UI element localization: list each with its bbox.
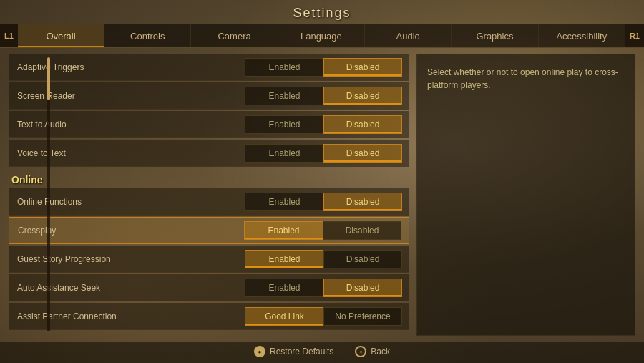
setting-name-online-functions: Online Functions [9,197,173,207]
tab-graphics[interactable]: Graphics [452,24,538,47]
bottom-bar: ● Restore Defaults ○ Back [0,342,644,363]
setting-name-text-to-audio: Text to Audio [9,120,173,130]
right-panel: Select whether or not to open online pla… [416,54,635,336]
toggle-enabled-screen-reader[interactable]: Enabled [245,87,323,105]
setting-name-crossplay: Crossplay [9,226,174,236]
toggle-group-guest-story: Enabled Disabled [245,250,402,268]
tab-overall[interactable]: Overall [18,24,104,47]
setting-row-online-functions: Online Functions Enabled Disabled [9,188,409,216]
section-label-online: Online [9,168,409,188]
tab-r1-indicator: R1 [625,24,644,47]
scroll-thumb [47,57,50,100]
tab-bar: L1 Overall Controls Camera Language Audi… [0,24,644,48]
toggle-group-text-to-audio: Enabled Disabled [245,115,402,134]
toggle-disabled-adaptive-triggers[interactable]: Disabled [323,58,402,77]
setting-row-auto-assistance: Auto Assistance Seek Enabled Disabled [9,274,409,301]
toggle-enabled-auto-assistance[interactable]: Enabled [245,279,323,297]
toggle-group-crossplay: Enabled Disabled [244,221,401,240]
tab-l1-indicator: L1 [0,24,18,47]
left-panel: Adaptive Triggers Enabled Disabled Scree… [9,54,409,336]
toggle-disabled-screen-reader[interactable]: Disabled [323,87,402,105]
setting-name-adaptive-triggers: Adaptive Triggers [9,62,173,72]
toggle-group-voice-to-text: Enabled Disabled [245,144,402,163]
scrollbar[interactable] [47,57,50,331]
toggle-group-assist-partner: Good Link No Preference [245,307,402,326]
tab-camera[interactable]: Camera [191,24,278,47]
setting-name-guest-story: Guest Story Progression [9,254,173,264]
toggle-no-preference-assist-partner[interactable]: No Preference [323,307,402,326]
setting-row-assist-partner: Assist Partner Connection Good Link No P… [9,303,409,330]
restore-icon: ● [254,346,265,357]
back-icon: ○ [355,346,366,357]
toggle-group-auto-assistance: Enabled Disabled [245,279,402,297]
toggle-enabled-voice-to-text[interactable]: Enabled [245,144,323,163]
setting-row-screen-reader: Screen Reader Enabled Disabled [9,82,409,110]
toggle-group-adaptive-triggers: Enabled Disabled [245,58,402,77]
setting-name-auto-assistance: Auto Assistance Seek [9,283,173,293]
tab-language[interactable]: Language [278,24,365,47]
toggle-disabled-text-to-audio[interactable]: Disabled [323,115,402,134]
setting-row-text-to-audio: Text to Audio Enabled Disabled [9,111,409,138]
toggle-disabled-auto-assistance[interactable]: Disabled [323,279,402,297]
title-bar: Settings [0,0,644,24]
tab-audio[interactable]: Audio [365,24,452,47]
back-button[interactable]: ○ Back [355,346,390,357]
page-title: Settings [0,6,644,21]
toggle-disabled-guest-story[interactable]: Disabled [323,250,402,268]
setting-name-screen-reader: Screen Reader [9,91,173,101]
toggle-group-screen-reader: Enabled Disabled [245,87,402,105]
toggle-enabled-guest-story[interactable]: Enabled [245,250,323,268]
tab-accessibility[interactable]: Accessibility [539,24,625,47]
setting-name-assist-partner: Assist Partner Connection [9,311,173,321]
back-label: Back [371,347,390,357]
setting-name-voice-to-text: Voice to Text [9,148,173,158]
toggle-enabled-text-to-audio[interactable]: Enabled [245,115,323,134]
setting-row-voice-to-text: Voice to Text Enabled Disabled [9,140,409,167]
setting-row-guest-story: Guest Story Progression Enabled Disabled [9,246,409,273]
toggle-enabled-crossplay[interactable]: Enabled [244,221,323,240]
tab-controls[interactable]: Controls [104,24,191,47]
toggle-enabled-adaptive-triggers[interactable]: Enabled [245,58,323,77]
toggle-disabled-online-functions[interactable]: Disabled [323,193,402,211]
toggle-disabled-crossplay[interactable]: Disabled [323,221,401,240]
restore-defaults-button[interactable]: ● Restore Defaults [254,346,333,357]
setting-row-crossplay: Crossplay Enabled Disabled [9,217,409,244]
toggle-disabled-voice-to-text[interactable]: Disabled [323,144,402,163]
info-text: Select whether or not to open online pla… [427,66,625,92]
toggle-group-online-functions: Enabled Disabled [245,193,402,211]
setting-row-adaptive-triggers: Adaptive Triggers Enabled Disabled [9,54,409,81]
content-area: Adaptive Triggers Enabled Disabled Scree… [0,48,644,342]
toggle-good-link-assist-partner[interactable]: Good Link [245,307,323,326]
toggle-enabled-online-functions[interactable]: Enabled [245,193,323,211]
restore-defaults-label: Restore Defaults [270,347,333,357]
